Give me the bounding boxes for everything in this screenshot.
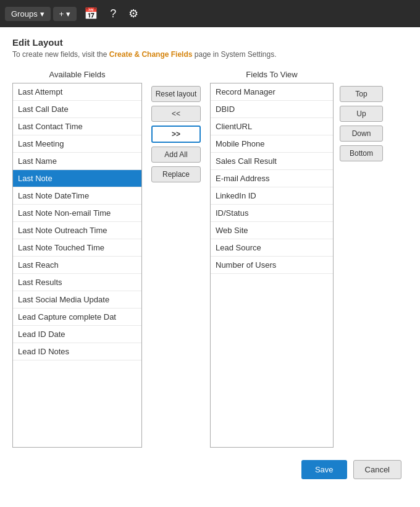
list-item[interactable]: Last Results <box>13 274 141 291</box>
up-button[interactable]: Up <box>340 106 383 122</box>
list-item[interactable]: Mobile Phone <box>211 135 333 153</box>
action-row: Save Cancel <box>12 460 408 479</box>
available-fields-label: Available Fields <box>12 70 142 79</box>
list-item[interactable]: Record Manager <box>211 83 333 101</box>
list-item[interactable]: Last Name <box>13 153 141 170</box>
fields-to-view-panel: Fields To View Record ManagerDBIDClientU… <box>210 70 334 448</box>
list-item[interactable]: Last Note Non-email Time <box>13 205 141 222</box>
fields-to-view-label: Fields To View <box>210 70 334 79</box>
add-button[interactable]: + ▾ <box>53 7 77 21</box>
list-item[interactable]: Lead Source <box>211 239 333 257</box>
settings-icon: ⚙ <box>128 7 138 20</box>
list-item[interactable]: Last Note DateTime <box>13 187 141 205</box>
top-button[interactable]: Top <box>340 86 383 102</box>
list-item[interactable]: Last Reach <box>13 257 141 274</box>
reset-layout-button[interactable]: Reset layout <box>151 86 201 102</box>
groups-dropdown-icon: ▾ <box>40 9 44 19</box>
page-content: Edit Layout To create new fields, visit … <box>0 27 420 507</box>
page-title: Edit Layout <box>12 37 408 48</box>
plus-dropdown-icon: ▾ <box>66 9 70 19</box>
right-controls: Top Up Down Bottom <box>340 70 383 161</box>
list-item[interactable]: Last Note Touched Time <box>13 239 141 257</box>
list-item[interactable]: Last Note Outreach Time <box>13 222 141 239</box>
middle-controls: Reset layout << >> Add All Replace <box>148 70 204 182</box>
list-item[interactable]: Last Social Media Update <box>13 291 141 309</box>
calendar-button[interactable]: 📅 <box>79 4 103 23</box>
list-item[interactable]: Lead ID Notes <box>13 343 141 360</box>
save-button[interactable]: Save <box>301 460 347 479</box>
add-all-button[interactable]: Add All <box>151 147 201 163</box>
list-item[interactable]: LinkedIn ID <box>211 187 333 205</box>
move-left-button[interactable]: << <box>151 106 201 122</box>
cancel-button[interactable]: Cancel <box>353 460 401 479</box>
list-item[interactable]: Last Call Date <box>13 101 141 118</box>
list-item[interactable]: E-mail Address <box>211 170 333 187</box>
list-item[interactable]: Number of Users <box>211 257 333 274</box>
list-item[interactable]: Last Attempt <box>13 83 141 101</box>
subtitle-pre: To create new fields, visit the <box>12 50 109 59</box>
layout-area: Available Fields Last AttemptLast Call D… <box>12 70 408 448</box>
available-fields-listbox[interactable]: Last AttemptLast Call DateLast Contact T… <box>12 83 142 448</box>
replace-button[interactable]: Replace <box>151 166 201 182</box>
bottom-button[interactable]: Bottom <box>340 145 383 161</box>
list-item[interactable]: Last Contact Time <box>13 118 141 135</box>
available-fields-panel: Available Fields Last AttemptLast Call D… <box>12 70 142 448</box>
down-button[interactable]: Down <box>340 126 383 142</box>
groups-button[interactable]: Groups ▾ <box>5 7 51 21</box>
top-navbar: Groups ▾ + ▾ 📅 ? ⚙ <box>0 0 420 27</box>
page-subtitle: To create new fields, visit the Create &… <box>12 50 408 59</box>
list-item[interactable]: Lead ID Date <box>13 326 141 343</box>
groups-label: Groups <box>11 9 38 19</box>
list-item[interactable]: Last Meeting <box>13 135 141 153</box>
list-item[interactable]: Sales Call Result <box>211 153 333 170</box>
list-item[interactable]: ClientURL <box>211 118 333 135</box>
create-fields-link[interactable]: Create & Change Fields <box>109 50 193 59</box>
help-button[interactable]: ? <box>105 5 121 23</box>
settings-button[interactable]: ⚙ <box>124 4 143 23</box>
list-item[interactable]: ID/Status <box>211 205 333 222</box>
list-item[interactable]: Web Site <box>211 222 333 239</box>
list-item[interactable]: DBID <box>211 101 333 118</box>
list-item[interactable]: Last Note <box>13 170 141 187</box>
help-icon: ? <box>110 7 116 20</box>
list-item[interactable]: Lead Capture complete Dat <box>13 309 141 326</box>
subtitle-post: page in System Settings. <box>192 50 276 59</box>
calendar-icon: 📅 <box>84 7 98 20</box>
plus-icon: + <box>59 9 64 19</box>
fields-to-view-listbox[interactable]: Record ManagerDBIDClientURLMobile PhoneS… <box>210 83 334 448</box>
move-right-button[interactable]: >> <box>151 126 201 143</box>
